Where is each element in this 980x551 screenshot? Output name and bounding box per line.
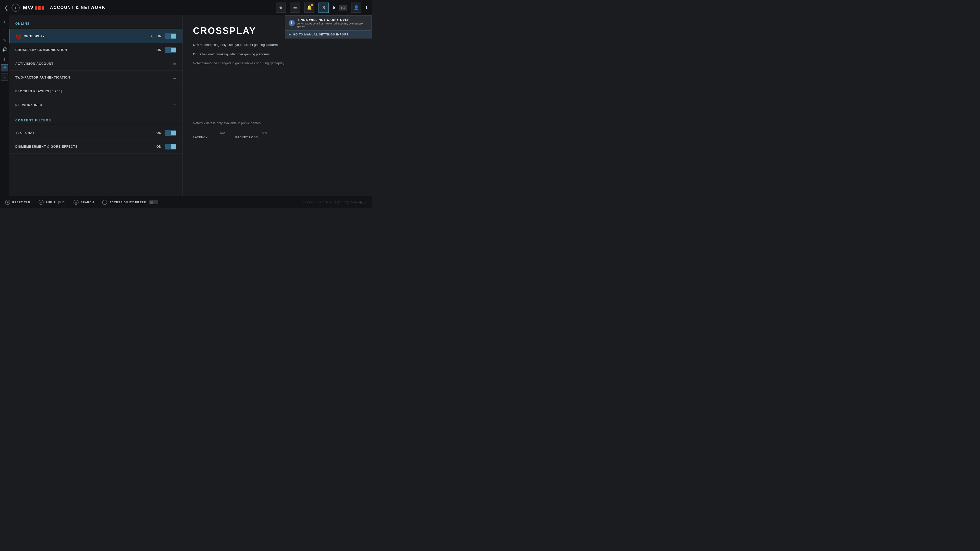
sidebar-icon-display[interactable]: ▮ bbox=[1, 55, 8, 62]
external-link-icon-blocked: ▭ bbox=[172, 89, 177, 94]
external-link-icon-activision: ▭ bbox=[172, 61, 177, 66]
latency-value: N/A bbox=[220, 131, 225, 135]
back-button[interactable]: ❮ bbox=[4, 5, 8, 11]
add-sub: [8/15] bbox=[58, 201, 65, 204]
notification-action-btn[interactable]: ▶ GO TO MANUAL SETTINGS IMPORT bbox=[285, 30, 371, 38]
page-title: ACCOUNT & NETWORK bbox=[50, 5, 105, 10]
latency-stat: N/A LATENCY bbox=[193, 131, 225, 139]
store-icon-btn[interactable]: ◆ bbox=[275, 3, 286, 13]
dismemberment-toggle[interactable] bbox=[165, 144, 177, 149]
game-logo: MW▮▮▮ bbox=[23, 4, 45, 11]
dismemberment-value: ON bbox=[156, 145, 162, 148]
dash5 bbox=[203, 133, 205, 133]
crossplay-icon-btn[interactable]: ✖ bbox=[318, 3, 329, 13]
network-info-label: NETWORK INFO bbox=[15, 103, 172, 107]
accessibility-filter-btn[interactable]: ☐ ACCESSIBILITY FILTER bbox=[102, 200, 158, 205]
packet-loss-dashes bbox=[235, 133, 260, 133]
add-icon: ▲ bbox=[38, 200, 44, 205]
text-chat-toggle-thumb bbox=[171, 130, 176, 135]
sidebar-icons: ★ ◊ ✎ 🔊 ▮ ♾ ▪ bbox=[0, 15, 9, 208]
desc-note: Note: Cannot be changed in game lobbies … bbox=[193, 61, 361, 65]
setting-network-info[interactable]: NETWORK INFO ▭ bbox=[9, 98, 183, 112]
crossplay-comm-toggle-thumb bbox=[171, 48, 176, 52]
text-chat-value: ON bbox=[156, 131, 162, 135]
crossplay-toggle[interactable] bbox=[165, 33, 177, 39]
sidebar-icon-controller[interactable]: ◊ bbox=[1, 27, 8, 35]
crossplay-star-icon: ★ bbox=[150, 34, 153, 38]
reset-tab-icon: ■ bbox=[5, 200, 10, 205]
top-bar-left: ❮ ● MW▮▮▮ ACCOUNT & NETWORK bbox=[4, 3, 105, 12]
setting-crossplay[interactable]: ✕ CROSSPLAY ★ ON bbox=[9, 29, 183, 43]
notification-subtitle: Any changes done from now on will not ca… bbox=[298, 22, 368, 28]
dash3 bbox=[198, 133, 200, 133]
network-info-section: Network details only available in public… bbox=[193, 121, 361, 139]
search-btn[interactable]: △ SEARCH bbox=[73, 200, 94, 205]
players-icon-btn[interactable]: 👤 bbox=[351, 3, 361, 13]
network-stats: N/A LATENCY bbox=[193, 131, 361, 139]
crossplay-comm-label: CROSSPLAY COMMUNICATION bbox=[15, 48, 156, 52]
accessibility-icon: ☐ bbox=[102, 200, 107, 205]
grid-icon-btn[interactable]: ☷ bbox=[290, 3, 300, 13]
r3-button[interactable]: R3 bbox=[339, 5, 347, 11]
sidebar-icon-sub[interactable]: ▪ bbox=[1, 73, 8, 81]
sidebar-icon-favorites[interactable]: ★ bbox=[1, 18, 8, 25]
crossplay-cancel-icon: ✕ bbox=[16, 34, 21, 39]
sidebar-icon-audio[interactable]: 🔊 bbox=[1, 46, 8, 53]
pdash9 bbox=[256, 133, 258, 133]
blocked-players-label: BLOCKED PLAYERS [0/200] bbox=[15, 89, 172, 93]
dash6 bbox=[206, 133, 208, 133]
network-details-note: Network details only available in public… bbox=[193, 121, 361, 125]
notification-btn[interactable]: 🔔 bbox=[304, 3, 314, 13]
add-favorite-btn[interactable]: ▲ ADD ★ [8/15] bbox=[38, 200, 65, 205]
crossplay-comm-value: ON bbox=[156, 48, 162, 52]
accessibility-toggle-thumb bbox=[150, 201, 153, 204]
notification-content: TINGS WILL NOT CARRY OVER Any changes do… bbox=[298, 18, 368, 28]
latency-bar-row: N/A bbox=[193, 131, 225, 135]
packet-loss-label: PACKET LOSS bbox=[235, 136, 267, 139]
setting-blocked-players[interactable]: BLOCKED PLAYERS [0/200] ▭ bbox=[9, 84, 183, 98]
pdash7 bbox=[251, 133, 253, 133]
text-chat-label: TEXT CHAT bbox=[15, 131, 156, 135]
notification-action-label: GO TO MANUAL SETTINGS IMPORT bbox=[293, 33, 348, 36]
settings-panel: ONLINE ✕ CROSSPLAY ★ ON CROSSPLAY COMMUN… bbox=[9, 15, 183, 208]
dismemberment-toggle-thumb bbox=[171, 144, 176, 149]
setting-crossplay-communication[interactable]: CROSSPLAY COMMUNICATION ON bbox=[9, 43, 183, 57]
main-layout: ★ ◊ ✎ 🔊 ▮ ♾ ▪ ONLINE ✕ CROSSPLAY ★ ON CR… bbox=[0, 15, 372, 208]
external-link-icon-2fa: ▭ bbox=[172, 75, 177, 80]
pdash6 bbox=[248, 133, 250, 133]
accessibility-toggle[interactable] bbox=[149, 200, 158, 204]
crossplay-value: ON bbox=[156, 35, 162, 38]
packet-loss-value: 0% bbox=[262, 131, 267, 135]
action-arrow-icon: ▶ bbox=[289, 33, 291, 36]
desc-off-content: Matchmaking only uses your current gamin… bbox=[200, 43, 279, 47]
desc-off-text: Off: Matchmaking only uses your current … bbox=[193, 42, 361, 48]
sidebar-icon-pencil[interactable]: ✎ bbox=[1, 37, 8, 44]
pdash4 bbox=[243, 133, 245, 133]
reset-tab-label: RESET TAB bbox=[12, 201, 30, 204]
latency-dashes bbox=[193, 133, 218, 133]
packet-loss-bar-row: 0% bbox=[235, 131, 267, 135]
setting-dismemberment[interactable]: DISMEMBERMENT & GORE EFFECTS ON bbox=[9, 140, 183, 154]
search-icon: △ bbox=[73, 200, 79, 205]
pdash2 bbox=[238, 133, 240, 133]
dismemberment-label: DISMEMBERMENT & GORE EFFECTS bbox=[15, 145, 156, 148]
bottom-bar: ■ RESET TAB ▲ ADD ★ [8/15] △ SEARCH ☐ AC… bbox=[0, 196, 372, 208]
crossplay-comm-toggle[interactable] bbox=[165, 47, 177, 53]
setting-two-factor[interactable]: TWO-FACTOR AUTHENTICATION ▭ bbox=[9, 71, 183, 84]
accessibility-label: ACCESSIBILITY FILTER bbox=[109, 201, 146, 204]
text-chat-toggle[interactable] bbox=[165, 130, 177, 136]
dash10 bbox=[216, 133, 218, 133]
setting-activision-account[interactable]: ACTIVISION ACCOUNT ▭ bbox=[9, 57, 183, 71]
top-bar: ❮ ● MW▮▮▮ ACCOUNT & NETWORK ◆ ☷ 🔔 ✖ 9 R3… bbox=[0, 0, 372, 15]
dash8 bbox=[211, 133, 213, 133]
dash4 bbox=[200, 133, 203, 133]
external-link-icon-network: ▭ bbox=[172, 103, 177, 107]
section-gap bbox=[9, 112, 183, 117]
top-bar-right: ◆ ☷ 🔔 ✖ 9 R3 👤 1 bbox=[275, 3, 368, 13]
setting-text-chat[interactable]: TEXT CHAT ON bbox=[9, 126, 183, 140]
crossplay-toggle-thumb bbox=[171, 34, 176, 38]
reset-tab-btn[interactable]: ■ RESET TAB bbox=[5, 200, 30, 205]
dash9 bbox=[213, 133, 215, 133]
two-factor-label: TWO-FACTOR AUTHENTICATION bbox=[15, 76, 172, 79]
sidebar-icon-network[interactable]: ♾ bbox=[1, 64, 8, 71]
